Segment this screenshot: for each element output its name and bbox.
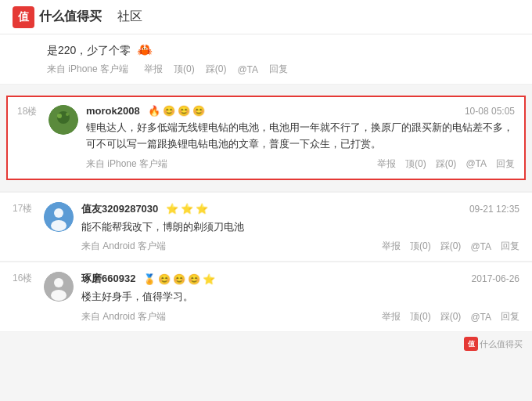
comment-17-header: 值友3209287030 ⭐ ⭐ ⭐ 09-21 12:35 [81,202,519,216]
badge-emoji3-16: 😊 [188,273,200,285]
floor-18-label: 18楼 [17,105,41,118]
badges-16: 🏅 😊 😊 😊 ⭐ [143,273,215,285]
comment-18-row: 18楼 [17,105,515,171]
comment-17-content: 值友3209287030 ⭐ ⭐ ⭐ 09-21 12:35 能不能帮我改下，博… [81,202,519,254]
header: 值 什么值得买 社区 [0,0,532,34]
comment-18-username-row: morok2008 🔥 😊 😊 😊 [86,105,205,117]
comment-17-footer: 来自 Android 客户端 举报 顶(0) 踩(0) @TA 回复 [81,240,519,253]
badge-medal-16: 🏅 [143,273,156,285]
source-18: 来自 iPhone 客户端 [86,157,167,171]
avatar-16 [44,272,74,302]
site-name: 什么值得买 [39,9,102,25]
badge-emoji2-18: 😊 [178,105,190,117]
badge-emoji1-16: 😊 [158,273,171,285]
action-at-partial[interactable]: @TA [237,64,258,75]
svg-point-2 [57,114,62,118]
action-up-18[interactable]: 顶(0) [405,157,426,171]
username-18: morok2008 [86,105,140,117]
action-reply-16[interactable]: 回复 [501,310,519,323]
action-down-18[interactable]: 踩(0) [436,157,457,171]
badge-star2-17: ⭐ [181,203,193,215]
comment-16-body: 楼主好身手，值得学习。 [81,289,519,305]
badge-star3-17: ⭐ [196,203,208,215]
action-report-16[interactable]: 举报 [382,310,401,323]
community-label: 社区 [117,9,142,25]
badge-star-16: ⭐ [203,273,215,285]
comment-18-body: 锂电达人，好多低端无线锂电钻的电池，电池用一年就不行了，换原厂的跟买新的电钻差不… [86,120,515,153]
comment-16-header: 琢磨660932 🏅 😊 😊 😊 ⭐ 2017-06-26 [81,272,519,286]
partial-source: 来自 iPhone 客户端 [47,63,128,76]
actions-18: 举报 顶(0) 踩(0) @TA 回复 [377,157,515,171]
actions-17: 举报 顶(0) 踩(0) @TA 回复 [382,240,519,253]
badge-emoji1-18: 😊 [163,105,175,117]
badges-17: ⭐ ⭐ ⭐ [166,203,208,215]
svg-point-8 [54,278,63,287]
source-17: 来自 Android 客户端 [81,240,166,253]
comment-17-body: 能不能帮我改下，博朗的剃须刀电池 [81,219,519,236]
action-reply-17[interactable]: 回复 [501,240,519,253]
action-report-partial[interactable]: 举报 [144,63,163,76]
comment-17: 17楼 值友3209287030 ⭐ ⭐ [0,193,532,262]
comment-18: 18楼 [6,96,526,180]
partial-comment: 是220，少了个零 🦀 来自 iPhone 客户端 举报 顶(0) 踩(0) @… [0,34,532,85]
comment-16: 16楼 琢磨660932 🏅 😊 [0,262,532,332]
watermark-logo-icon: 值 [464,337,478,351]
logo-icon: 值 [13,6,34,28]
comment-16-footer: 来自 Android 客户端 举报 顶(0) 踩(0) @TA 回复 [81,310,519,323]
avatar-18 [49,105,78,135]
comment-17-row: 17楼 值友3209287030 ⭐ ⭐ [13,202,519,254]
action-up-17[interactable]: 顶(0) [410,240,431,253]
avatar-img-18 [49,105,78,135]
badge-star1-17: ⭐ [166,203,178,215]
username-16: 琢磨660932 [81,272,135,286]
action-down-partial[interactable]: 踩(0) [206,63,227,76]
svg-point-9 [51,290,66,301]
action-report-18[interactable]: 举报 [377,157,396,171]
date-16: 2017-06-26 [472,273,519,284]
action-at-16[interactable]: @TA [470,312,491,323]
partial-comment-meta: 来自 iPhone 客户端 举报 顶(0) 踩(0) @TA 回复 [47,63,519,76]
comment-18-content: morok2008 🔥 😊 😊 😊 10-08 05:05 锂电达人，好多低端无… [86,105,515,171]
comment-16-content: 琢磨660932 🏅 😊 😊 😊 ⭐ 2017-06-26 楼主好身手，值得学习… [81,272,519,323]
svg-point-3 [66,113,69,116]
username-17: 值友3209287030 [81,202,158,216]
floor-16-label: 16楼 [13,272,36,285]
main-content: 是220，少了个零 🦀 来自 iPhone 客户端 举报 顶(0) 踩(0) @… [0,34,532,332]
comment-17-username-row: 值友3209287030 ⭐ ⭐ ⭐ [81,202,208,216]
date-17: 09-21 12:35 [469,204,519,215]
avatar-17 [44,202,74,232]
comment-18-footer: 来自 iPhone 客户端 举报 顶(0) 踩(0) @TA 回复 [86,157,515,171]
source-16: 来自 Android 客户端 [81,310,166,323]
actions-16: 举报 顶(0) 踩(0) @TA 回复 [382,310,519,323]
action-report-17[interactable]: 举报 [382,240,401,253]
action-up-partial[interactable]: 顶(0) [174,63,195,76]
comment-16-row: 16楼 琢磨660932 🏅 😊 [13,272,519,323]
comment-18-header: morok2008 🔥 😊 😊 😊 10-08 05:05 [86,105,515,117]
partial-comment-text: 是220，少了个零 🦀 [47,42,519,58]
avatar-img-17 [44,202,74,232]
watermark-text: 什么值得买 [480,338,523,350]
action-reply-18[interactable]: 回复 [496,157,515,171]
badge-emoji3-18: 😊 [192,105,205,117]
badge-emoji2-16: 😊 [173,273,185,285]
action-down-17[interactable]: 踩(0) [440,240,462,253]
badge-flame-18: 🔥 [148,105,160,117]
badges-18: 🔥 😊 😊 😊 [148,105,205,117]
avatar-img-16 [44,272,74,302]
logo-area[interactable]: 值 什么值得买 [13,6,102,28]
action-at-17[interactable]: @TA [470,241,491,252]
svg-point-5 [54,208,63,218]
date-18: 10-08 05:05 [465,106,515,117]
partial-actions: 举报 顶(0) 踩(0) @TA 回复 [144,63,288,76]
watermark: 值 什么值得买 [0,332,532,356]
svg-point-6 [51,220,66,231]
crab-emoji: 🦀 [137,43,153,56]
action-reply-partial[interactable]: 回复 [269,63,288,76]
action-up-16[interactable]: 顶(0) [410,310,431,323]
action-down-16[interactable]: 踩(0) [440,310,462,323]
comment-16-username-row: 琢磨660932 🏅 😊 😊 😊 ⭐ [81,272,215,286]
action-at-18[interactable]: @TA [466,158,487,169]
floor-17-label: 17楼 [13,202,36,215]
